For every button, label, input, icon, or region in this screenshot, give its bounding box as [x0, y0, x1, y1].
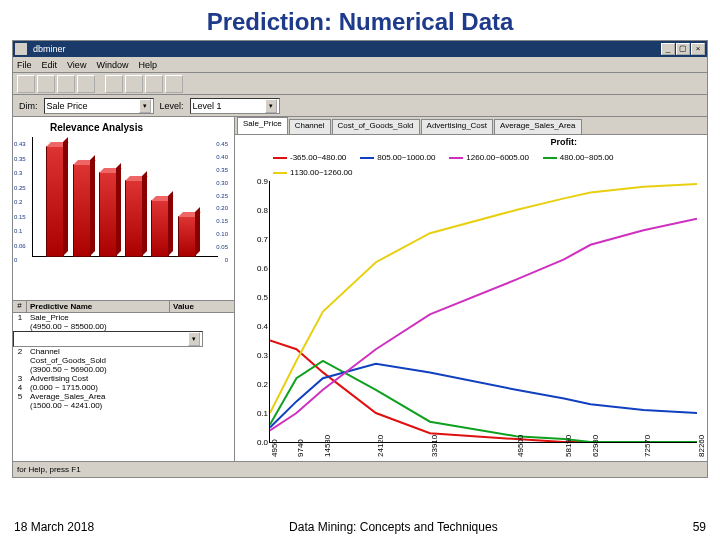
predictor-row[interactable]: 4(0.000 ~ 1715.000) — [13, 383, 234, 392]
toolbar-button[interactable] — [105, 75, 123, 93]
toolbar-button[interactable] — [77, 75, 95, 93]
footer-book: Data Mining: Concepts and Techniques — [289, 520, 498, 534]
dim-dropdown[interactable]: Sale Price ▾ — [44, 98, 154, 114]
tab-ad-cost[interactable]: Advertising_Cost — [421, 119, 493, 134]
left-column: Relevance Analysis 0.430.350.30.250.20.1… — [13, 117, 235, 461]
level-value: Level 1 — [193, 101, 265, 111]
legend-item: 1260.00~6005.00 — [449, 153, 529, 162]
slide-title: Prediction: Numerical Data — [0, 0, 720, 40]
menu-help[interactable]: Help — [138, 60, 157, 70]
titlebar: dbminer _ ▢ × — [13, 41, 707, 57]
legend-swatch — [273, 157, 287, 159]
toolbar-button[interactable] — [37, 75, 55, 93]
statusbar: for Help, press F1 — [13, 461, 707, 477]
menu-window[interactable]: Window — [96, 60, 128, 70]
predictor-row[interactable]: 2ChannelCost_of_Goods_Sold(3900.50 ~ 569… — [13, 347, 234, 374]
footer-page: 59 — [693, 520, 706, 534]
menu-edit[interactable]: Edit — [42, 60, 58, 70]
status-text: for Help, press F1 — [17, 465, 81, 474]
chevron-down-icon[interactable]: ▾ — [139, 99, 151, 113]
predictor-body: 1Sale_Price(4950.00 ~ 85500.00)▾2Channel… — [13, 313, 234, 461]
app-title: dbminer — [33, 44, 66, 54]
toolbar-button[interactable] — [57, 75, 75, 93]
relevance-bar-chart: 0.430.350.30.250.20.150.10.0600.450.400.… — [16, 135, 226, 275]
toolbar-button[interactable] — [145, 75, 163, 93]
menubar: File Edit View Window Help — [13, 57, 707, 73]
toolbar-button[interactable] — [165, 75, 183, 93]
tab-avg-sales-area[interactable]: Average_Sales_Area — [494, 119, 581, 134]
col-name: Predictive Name — [27, 301, 170, 312]
workspace: Relevance Analysis 0.430.350.30.250.20.1… — [13, 117, 707, 461]
minimize-button[interactable]: _ — [661, 43, 675, 55]
legend-swatch — [273, 172, 287, 174]
toolbar-button[interactable] — [125, 75, 143, 93]
menu-view[interactable]: View — [67, 60, 86, 70]
profit-line-chart: 0.90.80.70.60.50.40.30.20.10.04950974014… — [269, 181, 697, 443]
predictor-header: # Predictive Name Value — [13, 301, 234, 313]
legend-swatch — [543, 157, 557, 159]
menu-file[interactable]: File — [17, 60, 32, 70]
predictor-range-dropdown[interactable]: ▾ — [13, 331, 203, 347]
chevron-down-icon[interactable]: ▾ — [265, 99, 277, 113]
legend-swatch — [360, 157, 374, 159]
tabstrip: Sale_Price Channel Cost_of_Goods_Sold Ad… — [235, 117, 707, 135]
slide-footer: 18 March 2018 Data Mining: Concepts and … — [0, 520, 720, 534]
app-window: dbminer _ ▢ × File Edit View Window Help… — [12, 40, 708, 478]
tab-channel[interactable]: Channel — [289, 119, 331, 134]
legend-item: -365.00~480.00 — [273, 153, 346, 162]
profit-chart-area: Profit: -365.00~480.00 805.00~1000.00 12… — [235, 135, 707, 461]
legend-swatch — [449, 157, 463, 159]
predictor-panel: # Predictive Name Value 1Sale_Price(4950… — [13, 300, 234, 461]
predictor-row[interactable]: 3Advertising Cost — [13, 374, 234, 383]
predictor-row[interactable]: 5Average_Sales_Area(1500.00 ~ 4241.00) — [13, 392, 234, 410]
toolbar-button[interactable] — [17, 75, 35, 93]
profit-legend: -365.00~480.00 805.00~1000.00 1260.00~60… — [273, 153, 695, 177]
relevance-title: Relevance Analysis — [50, 122, 231, 133]
col-value: Value — [170, 301, 234, 312]
col-num: # — [13, 301, 27, 312]
right-column: Sale_Price Channel Cost_of_Goods_Sold Ad… — [235, 117, 707, 461]
maximize-button[interactable]: ▢ — [676, 43, 690, 55]
relevance-panel: Relevance Analysis 0.430.350.30.250.20.1… — [13, 117, 234, 300]
legend-item: 480.00~805.00 — [543, 153, 614, 162]
tab-sale-price[interactable]: Sale_Price — [237, 117, 288, 134]
close-button[interactable]: × — [691, 43, 705, 55]
footer-date: 18 March 2018 — [14, 520, 94, 534]
app-icon — [15, 43, 27, 55]
profit-title: Profit: — [551, 137, 578, 147]
legend-item: 805.00~1000.00 — [360, 153, 435, 162]
level-dropdown[interactable]: Level 1 ▾ — [190, 98, 280, 114]
dim-value: Sale Price — [47, 101, 139, 111]
tab-cogs[interactable]: Cost_of_Goods_Sold — [332, 119, 420, 134]
predictor-row[interactable]: 1Sale_Price(4950.00 ~ 85500.00) — [13, 313, 234, 331]
toolbar — [13, 73, 707, 95]
legend-item: 1130.00~1260.00 — [273, 168, 353, 177]
filterbar: Dim: Sale Price ▾ Level: Level 1 ▾ — [13, 95, 707, 117]
dim-label: Dim: — [19, 101, 38, 111]
level-label: Level: — [160, 101, 184, 111]
